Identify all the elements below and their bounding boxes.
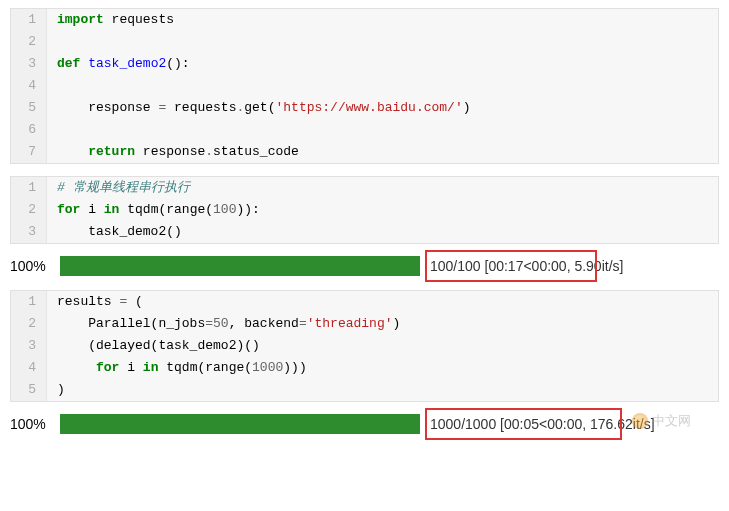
line-number: 4 xyxy=(11,75,47,97)
code-block-3: 1results = (2 Parallel(n_jobs=50, backen… xyxy=(10,290,719,402)
code-line: 1# 常规单线程串行执行 xyxy=(11,177,718,199)
code-line: 3 (delayed(task_demo2)() xyxy=(11,335,718,357)
code-line: 4 xyxy=(11,75,718,97)
code-content: import requests xyxy=(47,9,718,31)
code-block-1: 1import requests23def task_demo2():45 re… xyxy=(10,8,719,164)
code-content: return response.status_code xyxy=(47,141,718,163)
progress-bar-fill xyxy=(60,256,420,276)
line-number: 6 xyxy=(11,119,47,141)
progress-bar xyxy=(60,256,420,276)
line-number: 2 xyxy=(11,31,47,53)
code-content: (delayed(task_demo2)() xyxy=(47,335,718,357)
progress-bar xyxy=(60,414,420,434)
code-content xyxy=(47,31,718,53)
progress-percent: 100% xyxy=(10,258,60,274)
code-content: task_demo2() xyxy=(47,221,718,243)
code-content: ) xyxy=(47,379,718,401)
progress-row-1: 100% 100/100 [00:17<00:00, 5.90it/s] xyxy=(10,256,719,276)
line-number: 1 xyxy=(11,177,47,199)
line-number: 1 xyxy=(11,291,47,313)
progress-text: 1000/1000 [00:05<00:00, 176.62it/s] xyxy=(430,416,655,432)
code-content xyxy=(47,119,718,141)
progress-percent: 100% xyxy=(10,416,60,432)
progress-bar-fill xyxy=(60,414,420,434)
line-number: 3 xyxy=(11,53,47,75)
code-content: def task_demo2(): xyxy=(47,53,718,75)
line-number: 1 xyxy=(11,9,47,31)
code-content: response = requests.get('https://www.bai… xyxy=(47,97,718,119)
code-line: 4 for i in tqdm(range(1000))) xyxy=(11,357,718,379)
line-number: 2 xyxy=(11,313,47,335)
code-line: 5 response = requests.get('https://www.b… xyxy=(11,97,718,119)
line-number: 7 xyxy=(11,141,47,163)
code-line: 2for i in tqdm(range(100)): xyxy=(11,199,718,221)
code-line: 7 return response.status_code xyxy=(11,141,718,163)
code-content: # 常规单线程串行执行 xyxy=(47,177,718,199)
code-content: Parallel(n_jobs=50, backend='threading') xyxy=(47,313,718,335)
code-line: 6 xyxy=(11,119,718,141)
code-line: 5) xyxy=(11,379,718,401)
code-block-2: 1# 常规单线程串行执行2for i in tqdm(range(100)):3… xyxy=(10,176,719,244)
code-line: 3def task_demo2(): xyxy=(11,53,718,75)
code-line: 2 xyxy=(11,31,718,53)
code-line: 1results = ( xyxy=(11,291,718,313)
line-number: 3 xyxy=(11,221,47,243)
line-number: 2 xyxy=(11,199,47,221)
code-content: for i in tqdm(range(100)): xyxy=(47,199,718,221)
progress-text: 100/100 [00:17<00:00, 5.90it/s] xyxy=(430,258,623,274)
code-content xyxy=(47,75,718,97)
watermark-text: 中文网 xyxy=(652,412,691,430)
code-line: 2 Parallel(n_jobs=50, backend='threading… xyxy=(11,313,718,335)
code-content: for i in tqdm(range(1000))) xyxy=(47,357,718,379)
code-line: 1import requests xyxy=(11,9,718,31)
line-number: 5 xyxy=(11,97,47,119)
line-number: 4 xyxy=(11,357,47,379)
code-content: results = ( xyxy=(47,291,718,313)
line-number: 3 xyxy=(11,335,47,357)
code-line: 3 task_demo2() xyxy=(11,221,718,243)
progress-row-2: 100% 1000/1000 [00:05<00:00, 176.62it/s]… xyxy=(10,414,719,434)
line-number: 5 xyxy=(11,379,47,401)
